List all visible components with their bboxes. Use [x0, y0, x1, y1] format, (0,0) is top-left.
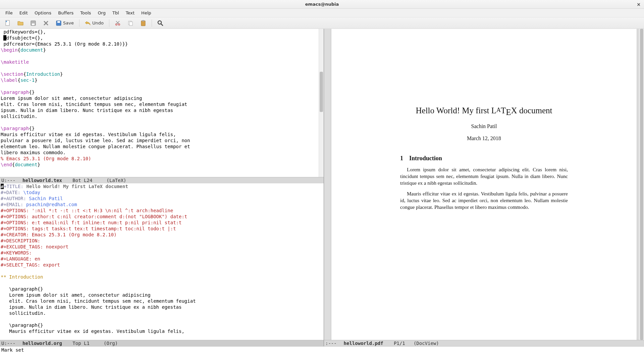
toolbar-separator	[109, 19, 109, 27]
menu-tools[interactable]: Tools	[77, 9, 94, 16]
pdf-paragraph: Mauris efficitur vitae ex id egestas. Ve…	[400, 190, 568, 211]
close-icon[interactable]: ×	[637, 2, 641, 7]
code-line: #+DESCRIPTION:	[1, 238, 323, 244]
code-line: elit. Cras lorem nisi, tincidunt tempus …	[1, 298, 323, 304]
menu-tbl[interactable]: Tbl	[109, 9, 122, 16]
modeline-status: U:---	[1, 178, 15, 183]
window-title: emacs@nubia	[305, 2, 339, 7]
code-line: ipsum. Nulla in diam libero. Nunc tristi…	[1, 304, 323, 310]
code-line: % Emacs 25.3.1 (Org mode 8.2.10)	[1, 156, 323, 162]
code-line: \maketitle	[1, 59, 323, 65]
tex-modeline: U:--- helloworld.tex Bot L24 (LaTeX)	[0, 177, 324, 183]
scrollbar-thumb[interactable]	[640, 29, 643, 340]
code-line: #+OPTIONS: author:t c:nil creator:commen…	[1, 214, 323, 220]
scrollbar[interactable]	[639, 29, 644, 340]
pdf-viewer[interactable]: Hello World! My first LATEX document Sac…	[324, 29, 644, 346]
save-icon	[56, 20, 62, 26]
modeline-pos: Top L1	[72, 341, 90, 346]
open-file-button[interactable]	[16, 19, 25, 27]
svg-rect-9	[129, 22, 132, 25]
code-line	[1, 280, 323, 286]
menu-org[interactable]: Org	[94, 9, 109, 16]
code-line: sollicitudin.	[1, 310, 323, 316]
modeline-file: helloworld.pdf	[344, 341, 383, 346]
code-line	[1, 316, 323, 322]
code-line: #+TITLE: Hello World! My first LaTeX doc…	[1, 183, 323, 189]
save-label: Save	[63, 20, 74, 25]
org-editor[interactable]: #+TITLE: Hello World! My first LaTeX doc…	[0, 183, 324, 340]
code-line: \paragraph{}	[1, 322, 323, 328]
code-line: elementum leo. Nullam molestie congue pl…	[1, 143, 323, 150]
code-line: \section{Introduction}	[1, 71, 323, 77]
svg-rect-11	[142, 20, 144, 21]
pdf-modeline: :--- helloworld.pdf P1/1 (DocView)	[324, 340, 644, 346]
minibuffer[interactable]: Mark set	[0, 347, 644, 353]
copy-button[interactable]	[126, 19, 135, 27]
menu-edit[interactable]: Edit	[16, 9, 31, 16]
search-button[interactable]	[156, 19, 165, 27]
search-icon	[157, 20, 163, 26]
close-x-icon	[43, 20, 49, 26]
folder-open-icon	[17, 20, 23, 26]
code-line: \begin{document}	[1, 47, 323, 53]
code-line: \label{sec-1}	[1, 77, 323, 83]
tex-editor[interactable]: pdfkeywords={}, pdfsubject={}, pdfcreato…	[0, 29, 324, 177]
code-line: #+CREATOR: Emacs 25.3.1 (Org mode 8.2.10…	[1, 232, 323, 238]
undo-button[interactable]: Undo	[84, 19, 105, 27]
new-file-button[interactable]	[3, 19, 12, 27]
modeline-mode: (Org)	[104, 341, 118, 346]
modeline-mode: (DocView)	[414, 341, 439, 346]
code-line: Lorem ipsum dolor sit amet, consectetur …	[1, 292, 323, 298]
paste-button[interactable]	[139, 19, 148, 27]
svg-rect-5	[57, 21, 60, 23]
menu-help[interactable]: Help	[138, 9, 155, 16]
scrollbar-thumb[interactable]	[320, 72, 323, 112]
menu-text[interactable]: Text	[122, 9, 138, 16]
code-line: \end{document}	[1, 162, 323, 168]
clipboard-icon	[140, 20, 146, 26]
cut-button[interactable]	[113, 19, 122, 27]
code-line: pdfsubject={},	[1, 35, 323, 41]
code-line: Mauris efficitur vitae ex id egestas. Ve…	[1, 131, 323, 137]
pdf-section-heading: 1Introduction	[400, 155, 568, 162]
svg-point-1	[6, 21, 7, 22]
code-line: #+AUTHOR: Sachin Patil	[1, 195, 323, 201]
window-titlebar: emacs@nubia ×	[0, 0, 644, 9]
code-line: sollicitudin.	[1, 113, 323, 119]
close-button[interactable]	[42, 19, 50, 27]
svg-rect-3	[32, 23, 35, 25]
pdf-section-title: Introduction	[409, 155, 442, 162]
save-as-button[interactable]	[29, 19, 38, 27]
code-line: #+EXCLUDE_TAGS: noexport	[1, 244, 323, 250]
left-column: pdfkeywords={}, pdfsubject={}, pdfcreato…	[0, 29, 324, 346]
scrollbar[interactable]	[319, 29, 324, 177]
save-button[interactable]: Save	[54, 19, 75, 27]
copy-icon	[127, 20, 133, 26]
code-line: libero maximus commodo.	[1, 150, 323, 156]
new-file-icon	[5, 20, 11, 26]
minibuffer-text: Mark set	[1, 347, 24, 353]
code-line: ** Introduction	[1, 274, 323, 280]
code-line: pulvinar a posuere id, luctus vitae leo.…	[1, 137, 323, 143]
pdf-page: Hello World! My first LATEX document Sac…	[331, 29, 637, 347]
pdf-body: 1Introduction Lorem ipsum dolor sit amet…	[400, 155, 568, 211]
disk-icon	[30, 20, 36, 26]
code-line: #+EMAIL: psachin@redhat.com	[1, 201, 323, 208]
code-line: #+SELECT_TAGS: export	[1, 262, 323, 268]
code-line: pdfkeywords={},	[1, 29, 323, 35]
code-line: \paragraph{}	[1, 125, 323, 131]
code-line: #+OPTIONS: e:t email:nil f:t inline:t nu…	[1, 220, 323, 226]
pdf-author: Sachin Patil	[331, 123, 637, 129]
pdf-title-text2: X document	[511, 106, 552, 115]
menu-file[interactable]: File	[2, 9, 16, 16]
code-line	[1, 119, 323, 125]
menu-bar: File Edit Options Buffers Tools Org Tbl …	[0, 9, 644, 17]
code-line: ipsum. Nulla in diam libero. Nunc tristi…	[1, 107, 323, 113]
modeline-file: helloworld.tex	[22, 178, 62, 183]
modeline-status: :---	[325, 341, 337, 346]
code-line	[1, 268, 323, 274]
modeline-mode: (LaTeX)	[107, 178, 126, 183]
pdf-paragraph: Lorem ipsum dolor sit amet, consectetur …	[400, 166, 568, 186]
menu-options[interactable]: Options	[31, 9, 55, 16]
menu-buffers[interactable]: Buffers	[55, 9, 77, 16]
